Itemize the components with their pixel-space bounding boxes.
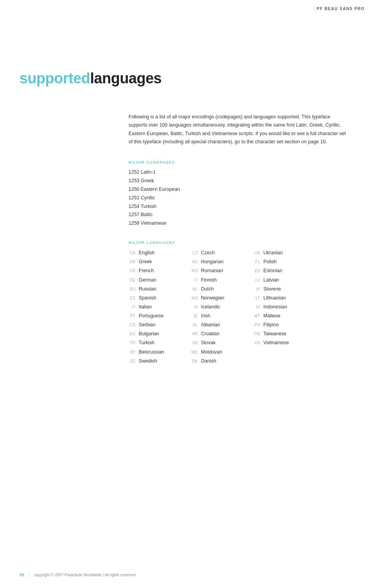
lang-name: Estonian [263,266,282,275]
lang-code: AL [191,322,198,329]
lang-code: SK [191,340,198,347]
lang-item: VNVietnamese [253,338,316,347]
lang-code: FI [191,277,198,284]
lang-item: FRFrench [129,266,191,275]
lang-name: Spanish [139,294,156,303]
lang-item: FIFinnish [191,276,253,285]
lang-code: MT [253,313,260,320]
lang-item: ITItalian [129,303,191,312]
lang-name: Swedish [139,357,157,366]
lang-item: GRGreek [129,257,191,266]
footer-page-number: 09 [19,572,24,577]
lang-name: Turkish [139,338,155,347]
lang-code: ID [253,304,260,311]
lang-item: IDIndonesian [253,303,316,312]
header-dot: : [314,6,315,11]
lang-code: BY [129,349,136,356]
page-header: : PF BEAU SANS PRO [314,6,365,11]
lang-name: Russian [139,285,156,294]
page-title: supportedlanguages [19,70,162,87]
footer: 09 copyright © 2007 Parachute Worldwide … [19,572,355,577]
lang-item: HUHungarian [191,257,253,266]
lang-item: TRTurkish [129,338,191,347]
lang-name: Italian [139,303,152,312]
codepage-item: 1251 Cyrillic [129,194,355,202]
lang-item: SISlovene [253,285,316,294]
title-supported: supported [19,70,90,86]
lang-item: ALAlbanian [191,320,253,329]
lang-name: Hungarian [201,257,224,266]
lang-name: Serbian [139,320,155,329]
lang-name: Slovene [263,285,281,294]
lang-name: Slovak [201,338,216,347]
lang-item: ESSpanish [129,294,191,303]
lang-name: Greek [139,257,152,266]
lang-item: SKSlovak [191,338,253,347]
codepages-list: 1252 Latin-11253 Greek1250 Eastern Europ… [129,168,355,228]
lang-code: NL [191,286,198,293]
lang-code: GR [129,259,136,266]
language-column: UAUkranianPLPolishEEEstonianLVLatvianSIS… [253,248,316,366]
codepages-label: MAJOR CODEPAGES [129,160,355,164]
lang-name: Portuguese [139,312,164,320]
lang-code: PL [253,259,260,266]
lang-name: Ukranian [263,248,283,257]
lang-name: Irish [201,312,210,320]
languages-label: MAJOR LANGUAGES [129,240,355,245]
lang-code: TR [129,340,136,347]
lang-code: VN [253,340,260,347]
main-content: Following is a list of all major encodin… [19,113,355,366]
lang-code: PH [253,322,260,329]
lang-item: RORomanian [191,266,253,275]
lang-name: Albanian [201,320,220,329]
lang-item: NLDutch [191,285,253,294]
header-title: PF BEAU SANS PRO [317,7,365,11]
lang-name: Indonesian [263,303,287,312]
lang-item: EEEstonian [253,266,316,275]
codepage-item: 1250 Eastern European [129,185,355,194]
lang-code: DK [191,358,198,365]
lang-item: GBEnglish [129,248,191,257]
footer-divider [29,572,29,577]
lang-item: PHFilipino [253,320,316,329]
lang-code: CZ [191,250,198,257]
lang-item: BGBulgarian [129,329,191,338]
lang-name: Croatian [201,329,219,338]
lang-item: DKDanish [191,357,253,366]
lang-name: Icelandic [201,303,220,312]
lang-code: IE [191,313,198,320]
lang-item: PTPortuguese [129,312,191,320]
lang-item: DEGerman [129,276,191,285]
lang-code: GB [129,250,136,257]
lang-item: IEIrish [191,312,253,320]
lang-item: MDMoldovan [191,348,253,357]
lang-name: Taiwanese [263,329,286,338]
codepage-item: 1252 Latin-1 [129,168,355,177]
lang-code: LV [253,277,260,284]
lang-code: TW [253,331,260,338]
lang-item: CZCzech [191,248,253,257]
lang-code: HR [191,331,198,338]
lang-code: UA [253,250,260,257]
lang-name: Dutch [201,285,214,294]
lang-item: SESwedish [129,357,191,366]
lang-code: ES [129,295,136,302]
lang-code: MD [191,349,198,356]
lang-item: PLPolish [253,257,316,266]
lang-name: Maltese [263,312,280,320]
lang-name: Czech [201,248,215,257]
lang-name: Norwegian [201,294,224,303]
lang-name: Moldovan [201,348,222,357]
lang-code: NO [191,295,198,302]
lang-code: EE [253,268,260,275]
codepage-item: 1258 Vietnamese [129,219,355,228]
codepage-item: 1253 Greek [129,177,355,185]
footer-copyright: copyright © 2007 Parachute Worldwide | a… [34,573,135,577]
lang-code: RO [191,268,198,275]
title-languages: languages [90,70,161,86]
lang-code: PT [129,313,136,320]
lang-code: SI [253,286,260,293]
lang-item: BYBelorussian [129,348,191,357]
lang-name: French [139,266,154,275]
lang-item: MTMaltese [253,312,316,320]
